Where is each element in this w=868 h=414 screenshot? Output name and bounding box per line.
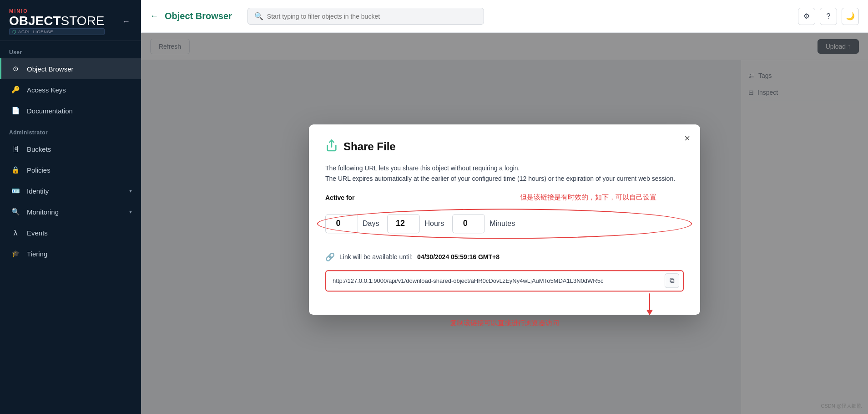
sidebar-item-policies[interactable]: 🔒 Policies (0, 159, 141, 180)
modal-header: Share File (325, 139, 684, 155)
search-icon: 🔍 (254, 12, 263, 20)
search-box: 🔍 (247, 8, 484, 25)
minutes-field: Minutes (452, 214, 515, 233)
settings-button[interactable]: ⚙ (798, 8, 815, 25)
sidebar-item-access-keys[interactable]: 🔑 Access Keys (0, 79, 141, 100)
content-area: Refresh Upload ↑ 🏷 Tags ⊟ Inspect (141, 33, 868, 414)
hours-field: Hours (387, 214, 444, 233)
bottom-annotation: 复制该链接可以直接进行浏览器访问 (325, 319, 684, 327)
days-input[interactable] (325, 214, 358, 233)
annotation-text-oval: 但是该链接是有时效的，如下，可以自己设置 (520, 193, 656, 202)
share-file-modal: Share File × The following URL lets you … (309, 124, 700, 315)
logo-mini: MINIO (9, 8, 105, 14)
chevron-down-icon: ▾ (129, 188, 132, 194)
buckets-icon: 🗄 (10, 144, 20, 154)
sidebar-item-label: Access Keys (27, 86, 132, 94)
policies-icon: 🔒 (10, 165, 20, 175)
search-input[interactable] (267, 13, 477, 20)
sidebar-item-tiering[interactable]: 🎓 Tiering (0, 243, 141, 264)
logo-text: MINIO OBJECT STORE ⬡ AGPL LICENSE (9, 8, 105, 35)
share-icon (325, 139, 338, 155)
admin-section-label: Administrator (0, 121, 141, 138)
sidebar-item-events[interactable]: λ Events (0, 222, 141, 243)
sidebar-item-label: Policies (27, 166, 132, 174)
back-button[interactable]: ← (150, 11, 158, 21)
sidebar-logo: MINIO OBJECT STORE ⬡ AGPL LICENSE ← (0, 0, 141, 41)
sidebar-item-label: Object Browser (27, 65, 132, 73)
duration-row: Days Hours Minutes (325, 208, 684, 240)
theme-toggle-button[interactable]: 🌙 (842, 8, 859, 25)
minutes-unit: Minutes (490, 220, 515, 228)
duration-container: 但是该链接是有时效的，如下，可以自己设置 Days Hours Minutes (325, 208, 684, 240)
hours-unit: Hours (424, 220, 444, 228)
collapse-sidebar-button[interactable]: ← (120, 15, 132, 28)
logo-main: OBJECT STORE (9, 14, 105, 28)
minutes-input[interactable] (452, 214, 485, 233)
hours-input[interactable] (387, 214, 420, 233)
access-keys-icon: 🔑 (10, 85, 20, 95)
topbar-actions: ⚙ ? 🌙 (798, 8, 859, 25)
days-field: Days (325, 214, 379, 233)
sidebar-item-documentation[interactable]: 📄 Documentation (0, 100, 141, 121)
user-section-label: User (0, 41, 141, 58)
arrow-head (646, 310, 653, 315)
events-icon: λ (10, 228, 20, 238)
copy-arrow-annotation (646, 293, 653, 315)
sidebar-item-label: Monitoring (27, 208, 123, 216)
sidebar-item-label: Events (27, 229, 132, 237)
sidebar-item-label: Tiering (27, 250, 132, 258)
days-unit: Days (363, 220, 379, 228)
license-badge: ⬡ AGPL LICENSE (9, 28, 105, 35)
link-available-row: 🔗 Link will be available until: 04/30/20… (325, 252, 684, 262)
arrow-line (649, 293, 650, 310)
url-box-container: http://127.0.0.1:9000/api/v1/download-sh… (325, 270, 684, 292)
sidebar-item-label: Buckets (27, 145, 132, 153)
chevron-down-icon: ▾ (129, 209, 132, 215)
link-icon: 🔗 (325, 252, 335, 262)
url-display: http://127.0.0.1:9000/api/v1/download-sh… (325, 270, 684, 292)
copy-url-button[interactable]: ⧉ (665, 274, 679, 288)
tiering-icon: 🎓 (10, 249, 20, 259)
identity-icon: 🪪 (10, 186, 20, 196)
object-browser-icon: ⊙ (10, 64, 20, 74)
help-button[interactable]: ? (820, 8, 837, 25)
modal-close-button[interactable]: × (684, 133, 690, 144)
sidebar-item-label: Identity (27, 187, 123, 195)
sidebar-item-monitoring[interactable]: 🔍 Monitoring ▾ (0, 201, 141, 222)
topbar: ← Object Browser 🔍 ⚙ ? 🌙 (141, 0, 868, 33)
monitoring-icon: 🔍 (10, 207, 20, 217)
sidebar-item-buckets[interactable]: 🗄 Buckets (0, 138, 141, 159)
main-content: ← Object Browser 🔍 ⚙ ? 🌙 Refresh Upload … (141, 0, 868, 414)
modal-title: Share File (343, 140, 396, 153)
sidebar-item-object-browser[interactable]: ⊙ Object Browser (0, 58, 141, 79)
documentation-icon: 📄 (10, 106, 20, 116)
page-title: Object Browser (165, 11, 232, 21)
modal-description: The following URL lets you share this ob… (325, 163, 684, 184)
sidebar-item-identity[interactable]: 🪪 Identity ▾ (0, 180, 141, 201)
sidebar: MINIO OBJECT STORE ⬡ AGPL LICENSE ← User… (0, 0, 141, 414)
sidebar-item-label: Documentation (27, 107, 132, 115)
